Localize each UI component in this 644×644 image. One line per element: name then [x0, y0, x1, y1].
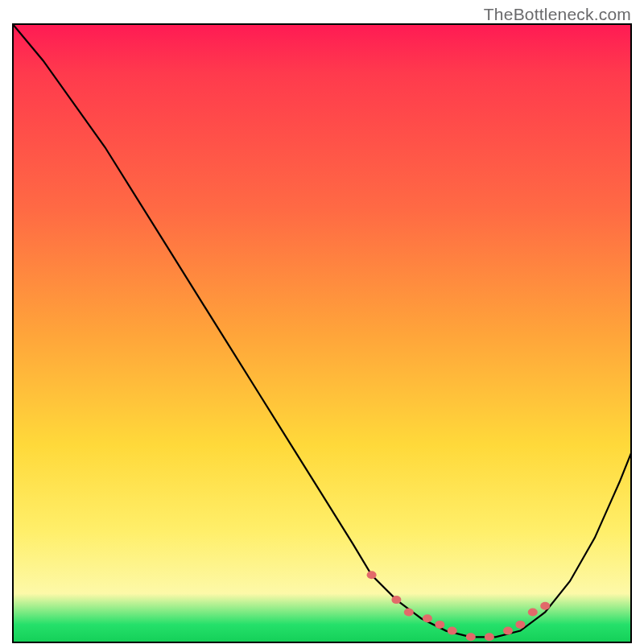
gradient-background [12, 23, 632, 643]
chart-frame [12, 23, 632, 643]
watermark-text: TheBottleneck.com [484, 5, 631, 24]
